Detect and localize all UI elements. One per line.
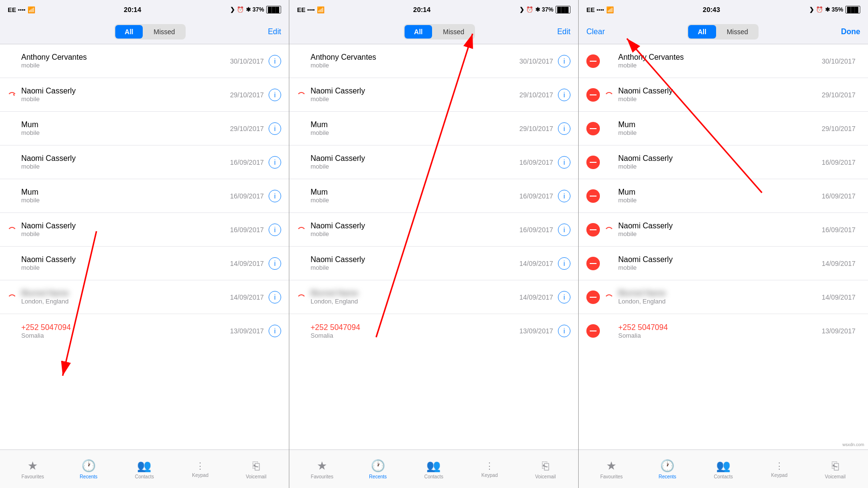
info-button[interactable]: i <box>558 257 570 270</box>
call-item[interactable]: Naomi Casserly mobile 29/10/2017 <box>579 78 868 112</box>
nav-bar-3: Clear All Missed Done <box>579 19 868 44</box>
info-button[interactable]: i <box>558 291 570 303</box>
delete-button[interactable] <box>586 122 600 135</box>
call-item[interactable]: Mum mobile 16/09/2017 i <box>0 179 289 213</box>
star-icon: ★ <box>606 459 617 473</box>
tab-recents-1[interactable]: 🕐 Recents <box>72 459 106 479</box>
call-item[interactable]: Anthony Cervantes mobile 30/10/2017 i <box>289 44 578 78</box>
call-item[interactable]: +252 5047094 Somalia 13/09/2017 <box>579 314 868 348</box>
tab-voicemail-2[interactable]: ⎗ Voicemail <box>529 459 562 479</box>
recents-icon: 🕐 <box>660 459 675 473</box>
info-button[interactable]: i <box>269 89 281 101</box>
call-item[interactable]: Naomi Casserly mobile 16/09/2017 i <box>289 145 578 179</box>
segmented-control-3: All Missed <box>687 24 759 40</box>
battery-icon-2: ███ <box>556 6 570 13</box>
info-button[interactable]: i <box>269 156 281 169</box>
delete-button[interactable] <box>586 88 600 102</box>
call-item[interactable]: Blurred Name London, England 14/09/2017 <box>579 280 868 314</box>
info-button[interactable]: i <box>558 122 570 135</box>
call-item[interactable]: Blurred Name London, England 14/09/2017 … <box>0 280 289 314</box>
call-date: 30/10/2017 <box>519 57 553 65</box>
info-button[interactable]: i <box>558 156 570 169</box>
tab-contacts-2[interactable]: 👥 Contacts <box>417 459 450 479</box>
call-item[interactable]: Naomi Casserly mobile 29/10/2017 i <box>289 78 578 112</box>
call-date: 14/09/2017 <box>822 293 855 301</box>
info-button[interactable]: i <box>558 190 570 202</box>
tab-contacts-1[interactable]: 👥 Contacts <box>127 459 161 479</box>
tab-recents-2[interactable]: 🕐 Recents <box>361 459 395 479</box>
location-icon-2: ❯ <box>519 6 524 13</box>
tab-keypad-1[interactable]: ⋮ Keypad <box>183 461 217 478</box>
info-button[interactable]: i <box>269 325 281 337</box>
call-item[interactable]: Naomi Casserly mobile 14/09/2017 i <box>289 247 578 280</box>
call-item[interactable]: Naomi Casserly mobile 14/09/2017 <box>579 247 868 280</box>
tab-voicemail-1[interactable]: ⎗ Voicemail <box>239 459 273 479</box>
call-type: mobile <box>311 129 519 136</box>
tab-keypad-3[interactable]: ⋮ Keypad <box>762 461 796 478</box>
call-item[interactable]: Anthony Cervantes mobile 30/10/2017 <box>579 44 868 78</box>
delete-button[interactable] <box>586 156 600 169</box>
delete-button[interactable] <box>586 54 600 68</box>
tab-contacts-3[interactable]: 👥 Contacts <box>706 459 740 479</box>
missed-tab-3[interactable]: Missed <box>717 25 758 39</box>
call-item[interactable]: +252 5047094 Somalia 13/09/2017 i <box>0 314 289 348</box>
signal-icon-1: ▪▪▪▪ <box>18 7 26 13</box>
tab-voicemail-3[interactable]: ⎗ Voicemail <box>818 459 852 479</box>
call-item[interactable]: Mum mobile 29/10/2017 i <box>0 112 289 145</box>
call-date: 16/09/2017 <box>230 226 264 234</box>
info-button[interactable]: i <box>269 257 281 270</box>
all-tab-1[interactable]: All <box>115 25 143 39</box>
info-button[interactable]: i <box>558 325 570 337</box>
call-item[interactable]: Blurred Name London, England 14/09/2017 … <box>289 280 578 314</box>
call-date: 13/09/2017 <box>230 327 264 335</box>
call-item[interactable]: +252 5047094 Somalia 13/09/2017 i <box>289 314 578 348</box>
voicemail-icon: ⎗ <box>253 459 259 473</box>
tab-recents-3[interactable]: 🕐 Recents <box>651 459 684 479</box>
info-button[interactable]: i <box>269 224 281 236</box>
call-item[interactable]: Naomi Casserly mobile 29/10/2017 i <box>0 78 289 112</box>
call-item[interactable]: Naomi Casserly mobile 16/09/2017 i <box>0 145 289 179</box>
tab-favourites-1[interactable]: ★ Favourites <box>16 459 50 479</box>
info-button[interactable]: i <box>558 55 570 67</box>
all-tab-2[interactable]: All <box>405 25 433 39</box>
all-tab-3[interactable]: All <box>688 25 716 39</box>
call-name: Naomi Casserly <box>21 222 230 230</box>
tab-favourites-3[interactable]: ★ Favourites <box>595 459 628 479</box>
call-date: 14/09/2017 <box>230 293 264 301</box>
edit-button-1[interactable]: Edit <box>268 27 281 36</box>
call-type: London, England <box>618 298 822 305</box>
call-item[interactable]: Naomi Casserly mobile 16/09/2017 i <box>0 213 289 247</box>
missed-tab-2[interactable]: Missed <box>433 25 474 39</box>
delete-button[interactable] <box>586 223 600 237</box>
delete-button[interactable] <box>586 189 600 203</box>
call-item[interactable]: Mum mobile 29/10/2017 i <box>289 112 578 145</box>
call-info: Naomi Casserly mobile <box>618 87 822 103</box>
call-item[interactable]: Mum mobile 16/09/2017 <box>579 179 868 213</box>
info-button[interactable]: i <box>269 291 281 303</box>
call-item[interactable]: Mum mobile 29/10/2017 <box>579 112 868 145</box>
tab-keypad-2[interactable]: ⋮ Keypad <box>473 461 506 478</box>
tab-favourites-2[interactable]: ★ Favourites <box>305 459 339 479</box>
delete-button[interactable] <box>586 257 600 270</box>
info-button[interactable]: i <box>558 89 570 101</box>
call-name: Mum <box>311 120 519 129</box>
info-button[interactable]: i <box>269 55 281 67</box>
info-button[interactable]: i <box>269 122 281 135</box>
delete-button[interactable] <box>586 290 600 304</box>
call-item[interactable]: Naomi Casserly mobile 16/09/2017 i <box>289 213 578 247</box>
call-item[interactable]: Mum mobile 16/09/2017 i <box>289 179 578 213</box>
missed-tab-1[interactable]: Missed <box>144 25 184 39</box>
call-item[interactable]: Naomi Casserly mobile 14/09/2017 i <box>0 247 289 280</box>
clear-button[interactable]: Clear <box>586 27 605 36</box>
status-bar-1: EE ▪▪▪▪ 📶 20:14 ❯ ⏰ ✱ 37% ███ <box>0 0 289 19</box>
edit-button-2[interactable]: Edit <box>557 27 570 36</box>
done-button[interactable]: Done <box>841 27 860 36</box>
call-item[interactable]: Naomi Casserly mobile 16/09/2017 <box>579 145 868 179</box>
info-button[interactable]: i <box>269 190 281 202</box>
delete-button[interactable] <box>586 324 600 338</box>
call-item[interactable]: Anthony Cervantes mobile 30/10/2017 i <box>0 44 289 78</box>
call-item[interactable]: Naomi Casserly mobile 16/09/2017 <box>579 213 868 247</box>
contacts-icon: 👥 <box>716 459 731 473</box>
call-info: Naomi Casserly mobile <box>21 222 230 237</box>
info-button[interactable]: i <box>558 224 570 236</box>
